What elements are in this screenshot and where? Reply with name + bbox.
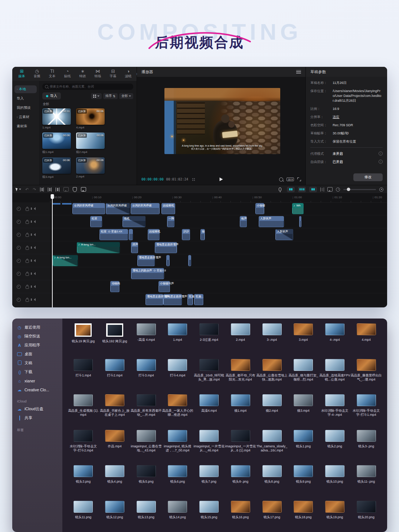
track-mute-icon[interactable]: [34, 233, 36, 236]
freeze-frame-button[interactable]: [63, 187, 69, 192]
file-item[interactable]: 镜头8.png: [256, 463, 288, 498]
timeline-clip[interactable]: 驼鹿: [187, 294, 193, 305]
media-item[interactable]: 已添加00:06狼3.mp4: [42, 157, 71, 179]
auto-snap-toggle[interactable]: [298, 187, 306, 192]
playhead[interactable]: [52, 194, 53, 307]
timeline-ruler[interactable]: 00:0000:1000:2000:3000:4000:5001:0001:10…: [50, 194, 387, 203]
timeline-clip[interactable]: 冷冽的寒风呼啸: [131, 203, 160, 214]
split-clip-button[interactable]: [40, 187, 44, 192]
finder-sidebar-item-apps[interactable]: A应用程序: [12, 341, 62, 350]
main-track-magnet-toggle[interactable]: [287, 187, 295, 192]
track-lock-icon[interactable]: [26, 273, 29, 276]
file-item[interactable]: 镜头15.png: [193, 498, 225, 532]
file-item[interactable]: 3-.mp4: [256, 321, 288, 356]
file-item[interactable]: 镜头2.png: [319, 427, 351, 463]
undo-button[interactable]: ↶: [25, 187, 29, 192]
media-sidebar-item-云素材[interactable]: ›云素材: [14, 113, 37, 121]
timeline-clip[interactable]: [129, 229, 133, 240]
file-item[interactable]: 镜头3-.png: [350, 427, 382, 463]
file-item[interactable]: 镜头7.png: [193, 463, 225, 498]
file-item[interactable]: 镜头11-.png: [350, 463, 382, 498]
timeline-clip[interactable]: 雪地里走路踩雪声: [145, 294, 163, 305]
finder-sidebar-item-clock[interactable]: ◷最近使用: [12, 323, 62, 332]
file-item[interactable]: 2.mp4: [225, 321, 256, 356]
media-item[interactable]: 已添加00:06狼1.mp4: [42, 133, 71, 154]
track-lock-icon[interactable]: [26, 260, 29, 263]
file-item[interactable]: 高品质_书被合上_放在桌子上.mp4: [99, 392, 131, 427]
media-item[interactable]: 已添加00:111.mp4: [42, 108, 71, 129]
track-mute-icon[interactable]: [34, 298, 36, 301]
file-item[interactable]: 镜头14.png: [162, 498, 193, 532]
file-item[interactable]: 作品.mp4: [99, 427, 131, 463]
file-item[interactable]: 高品质_所有东西都不动_...片.mp4: [130, 392, 162, 427]
file-item[interactable]: 狼1.mp4: [225, 392, 256, 427]
preview-zoom-icon[interactable]: [279, 177, 283, 182]
track-mute-icon[interactable]: [34, 246, 36, 249]
playhead-handle[interactable]: [50, 194, 54, 199]
file-item[interactable]: 狼2.mp4: [256, 392, 288, 427]
track-lock-icon[interactable]: [26, 286, 29, 289]
file-item[interactable]: 高清4.mp4: [193, 392, 225, 427]
track-mute-icon[interactable]: [34, 285, 36, 288]
timeline-clip[interactable]: [299, 216, 301, 227]
timeline-clip[interactable]: 枪声: [240, 216, 247, 227]
timeline-clip[interactable]: 冷冽的寒风呼啸: [72, 203, 105, 214]
track-mute-icon[interactable]: [34, 272, 36, 275]
file-item[interactable]: 镜头9.png: [288, 463, 319, 498]
file-item[interactable]: 高品质_16x9_特写镜头_男...放.mp4: [193, 356, 225, 392]
media-item[interactable]: 已添加00:062.mp4: [76, 157, 105, 179]
file-item[interactable]: 镜头19.png: [319, 498, 351, 532]
select-tool-button[interactable]: [16, 187, 21, 191]
finder-sidebar-item-documents[interactable]: 文稿: [12, 359, 62, 368]
file-item[interactable]: imageinput_镜头推进，...7_00.mp4: [162, 427, 193, 463]
timeline-clip[interactable]: 人群笑声: [275, 229, 293, 240]
file-item[interactable]: 镜头192 拷贝.jpg: [99, 321, 131, 356]
timeline-clip[interactable]: 沙沙: [182, 229, 190, 240]
finder-sidebar-item-home[interactable]: ⌂xianer: [12, 376, 62, 385]
aspect-ratio-badge[interactable]: 16:9: [287, 177, 294, 181]
timeline-clip[interactable]: 低吼: [122, 216, 145, 227]
link-clips-toggle[interactable]: [309, 187, 317, 192]
timeline-clip[interactable]: 人群笑声: [259, 216, 284, 227]
file-item[interactable]: 镜头5.png: [130, 463, 162, 498]
track-record-icon[interactable]: [17, 285, 21, 289]
file-item[interactable]: 水印消除-手动去文字-4-.mp4: [319, 392, 351, 427]
preview-axis-button[interactable]: [320, 187, 324, 192]
file-item[interactable]: The_camera_slowly_adva...16c.mp4: [256, 427, 288, 463]
track-lock-icon[interactable]: [26, 299, 29, 302]
timeline-clip[interactable]: 雪地里走路踩雪声: [155, 242, 177, 253]
trim-right-button[interactable]: [56, 187, 59, 192]
file-item[interactable]: 镜头17.png: [256, 498, 288, 532]
timeline-clip[interactable]: 驼鹿...: [194, 294, 203, 305]
media-item[interactable]: 已添加00:06狼2.mp4: [76, 133, 105, 154]
timeline-clip[interactable]: 动物狗: [110, 281, 120, 292]
sort-button[interactable]: 排序 ⇅: [103, 93, 118, 99]
tab-captions[interactable]: ⊟字幕: [106, 69, 120, 79]
file-item[interactable]: 打斗2.mp4: [99, 356, 131, 392]
track-record-icon[interactable]: [17, 220, 21, 224]
track-record-icon[interactable]: [17, 298, 21, 302]
track-lock-icon[interactable]: [26, 221, 29, 224]
media-item[interactable]: 已添加00:064.mp4: [76, 108, 105, 129]
track-mute-icon[interactable]: [34, 220, 36, 223]
redo-button[interactable]: ↷: [33, 187, 36, 192]
timeline-clip[interactable]: 雪地里走路踩雪声: [163, 294, 182, 305]
track-record-icon[interactable]: [17, 259, 21, 263]
file-item[interactable]: 镜头10.png: [319, 463, 351, 498]
play-button[interactable]: [220, 177, 223, 181]
timeline-clock-icon[interactable]: [336, 187, 340, 192]
file-item[interactable]: 高品质_麋鹿里呼出白气_...缓.mp4: [350, 356, 382, 392]
file-item[interactable]: 高品质_公鹿在雪地上快...速跑.mp4: [256, 356, 288, 392]
image-tool-button[interactable]: [81, 187, 86, 192]
file-item[interactable]: 镜头6.png: [162, 463, 193, 498]
tab-effects[interactable]: ∗特效: [75, 69, 90, 79]
file-item[interactable]: 镜头20.png: [350, 498, 382, 532]
media-sidebar-item-素材库[interactable]: 素材库: [14, 123, 37, 130]
frame-grid-icon[interactable]: [192, 178, 195, 181]
finder-sidebar-item-icloud[interactable]: ☁iCloud云盘: [12, 405, 62, 414]
view-mode-button[interactable]: [91, 93, 102, 99]
fullscreen-icon[interactable]: [297, 177, 301, 181]
file-item[interactable]: 镜头8-.png: [225, 463, 256, 498]
tab-transitions[interactable]: ⋈转场: [91, 69, 105, 79]
file-item[interactable]: 1.mp4: [162, 321, 193, 356]
